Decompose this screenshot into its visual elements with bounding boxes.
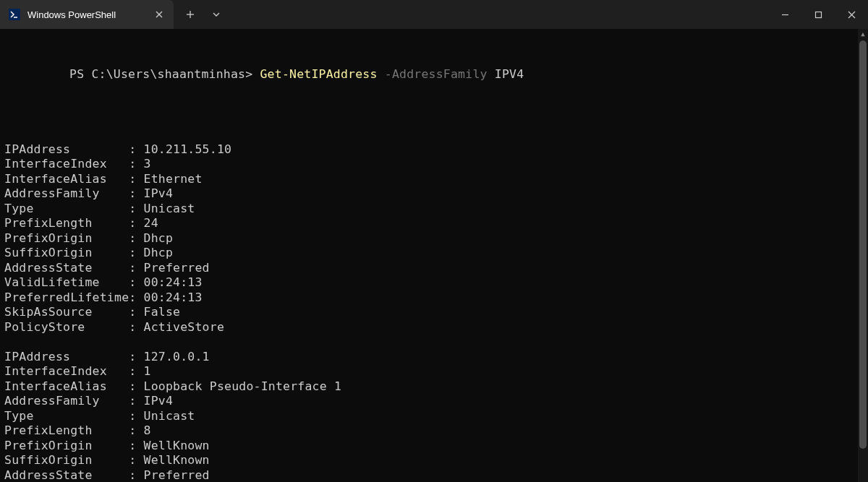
scrollbar-arrow-up-icon[interactable]: ▲ xyxy=(858,29,868,39)
output-line: Type : Unicast xyxy=(4,409,864,424)
new-tab-button[interactable] xyxy=(178,2,203,27)
output-line: PrefixLength : 8 xyxy=(4,423,864,439)
svg-rect-7 xyxy=(815,12,821,17)
output-line: IPAddress : 127.0.0.1 xyxy=(4,350,864,365)
close-icon xyxy=(156,11,163,18)
output-line: AddressFamily : IPv4 xyxy=(4,186,864,202)
output-line: AddressState : Preferred xyxy=(4,261,864,276)
output-line: PolicyStore : ActiveStore xyxy=(4,320,864,335)
output-line: Type : Unicast xyxy=(4,202,864,217)
output-line: InterfaceIndex : 3 xyxy=(4,157,864,172)
output-line: AddressFamily : IPv4 xyxy=(4,394,864,409)
output-line: InterfaceAlias : Ethernet xyxy=(4,172,864,187)
window-controls xyxy=(768,0,868,29)
output-block: IPAddress : 10.211.55.10InterfaceIndex :… xyxy=(4,142,864,483)
tab-actions xyxy=(174,0,229,29)
tab-title: Windows PowerShell xyxy=(27,9,145,20)
output-line: InterfaceIndex : 1 xyxy=(4,364,864,379)
titlebar-left-group: Windows PowerShell xyxy=(0,0,229,29)
output-line: SuffixOrigin : WellKnown xyxy=(4,453,864,468)
close-icon xyxy=(848,11,856,19)
tab-dropdown-button[interactable] xyxy=(204,2,229,27)
window-titlebar: Windows PowerShell xyxy=(0,0,868,29)
output-line: ValidLifetime : 00:24:13 xyxy=(4,275,864,291)
output-line: SuffixOrigin : Dhcp xyxy=(4,246,864,261)
cmd-main: Get-NetIPAddress xyxy=(260,67,377,81)
chevron-down-icon xyxy=(212,10,221,19)
terminal-content: PS C:\Users\shaantminhas> Get-NetIPAddre… xyxy=(0,29,868,482)
scrollbar-thumb[interactable] xyxy=(859,40,867,449)
output-line: PrefixOrigin : Dhcp xyxy=(4,231,864,246)
output-gap xyxy=(4,335,864,350)
terminal-area[interactable]: PS C:\Users\shaantminhas> Get-NetIPAddre… xyxy=(0,29,868,482)
vertical-scrollbar[interactable]: ▲ xyxy=(858,29,868,482)
tab-close-button[interactable] xyxy=(152,7,166,22)
output-line: InterfaceAlias : Loopback Pseudo-Interfa… xyxy=(4,379,864,395)
tab-powershell[interactable]: Windows PowerShell xyxy=(0,0,174,29)
output-line: PrefixOrigin : WellKnown xyxy=(4,439,864,454)
output-line: AddressState : Preferred xyxy=(4,468,864,483)
minimize-icon xyxy=(781,11,789,19)
output-line: SkipAsSource : False xyxy=(4,305,864,320)
cmd-param-value: IPV4 xyxy=(488,67,524,81)
output-line: IPAddress : 10.211.55.10 xyxy=(4,142,864,158)
prompt-line: PS C:\Users\shaantminhas> Get-NetIPAddre… xyxy=(4,67,864,82)
powershell-icon xyxy=(9,9,20,20)
window-close-button[interactable] xyxy=(835,0,868,29)
maximize-icon xyxy=(814,11,822,19)
output-line: PrefixLength : 24 xyxy=(4,216,864,231)
prompt-prefix: PS C:\Users\shaantminhas> xyxy=(69,67,260,81)
minimize-button[interactable] xyxy=(768,0,801,29)
output-line: PreferredLifetime: 00:24:13 xyxy=(4,291,864,306)
maximize-button[interactable] xyxy=(801,0,835,29)
plus-icon xyxy=(186,10,195,19)
cmd-param-flag: -AddressFamily xyxy=(378,67,488,81)
